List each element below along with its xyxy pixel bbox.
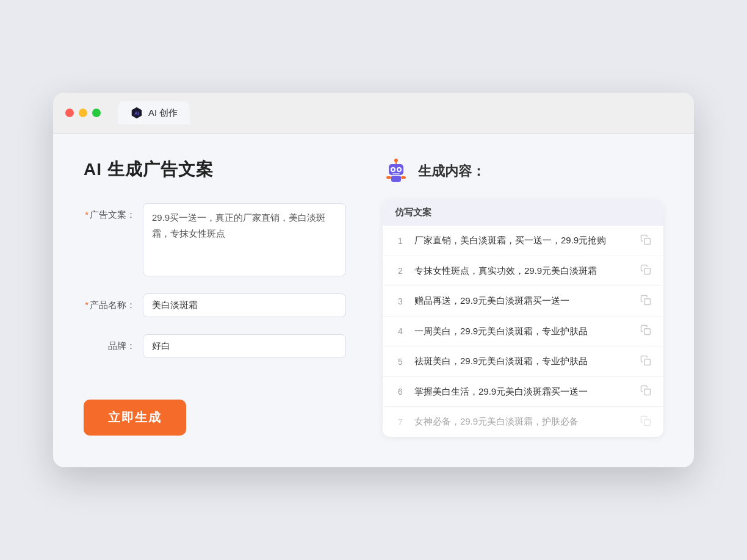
close-button[interactable] (65, 109, 74, 117)
ad-copy-input[interactable]: 29.9买一送一，真正的厂家直销，美白淡斑霜，专抹女性斑点 (143, 203, 346, 276)
copy-icon[interactable] (640, 355, 651, 368)
row-number: 5 (395, 357, 406, 367)
svg-text:AI: AI (134, 111, 139, 117)
table-row: 1厂家直销，美白淡斑霜，买一送一，29.9元抢购 (383, 226, 663, 256)
product-name-input[interactable]: 美白淡斑霜 (143, 293, 346, 317)
row-number: 7 (395, 417, 406, 427)
left-panel: AI 生成广告文案 *广告文案： 29.9买一送一，真正的厂家直销，美白淡斑霜，… (84, 158, 346, 437)
brand-input[interactable]: 好白 (143, 334, 346, 358)
table-row: 6掌握美白生活，29.9元美白淡斑霜买一送一 (383, 377, 663, 407)
svg-rect-16 (644, 329, 651, 335)
product-name-group: *产品名称： 美白淡斑霜 (84, 293, 346, 317)
results-list: 1厂家直销，美白淡斑霜，买一送一，29.9元抢购2专抹女性斑点，真实功效，29.… (383, 226, 663, 437)
product-name-label: *产品名称： (84, 293, 135, 311)
svg-point-8 (398, 168, 400, 171)
row-text: 女神必备，29.9元美白淡斑霜，护肤必备 (414, 415, 632, 429)
ad-copy-group: *广告文案： 29.9买一送一，真正的厂家直销，美白淡斑霜，专抹女性斑点 (84, 203, 346, 276)
row-number: 6 (395, 387, 406, 397)
minimize-button[interactable] (79, 109, 87, 117)
svg-rect-9 (392, 173, 400, 174)
row-text: 一周美白，29.9元美白淡斑霜，专业护肤品 (414, 325, 632, 339)
svg-point-7 (392, 168, 394, 171)
browser-content: AI 生成广告文案 *广告文案： 29.9买一送一，真正的厂家直销，美白淡斑霜，… (53, 134, 694, 467)
row-text: 专抹女性斑点，真实功效，29.9元美白淡斑霜 (414, 264, 632, 278)
robot-icon (383, 158, 410, 185)
row-text: 掌握美白生活，29.9元美白淡斑霜买一送一 (414, 385, 632, 399)
row-number: 2 (395, 266, 406, 276)
row-number: 4 (395, 326, 406, 336)
table-row: 2专抹女性斑点，真实功效，29.9元美白淡斑霜 (383, 256, 663, 287)
row-number: 3 (395, 296, 406, 306)
table-row: 5祛斑美白，29.9元美白淡斑霜，专业护肤品 (383, 346, 663, 377)
maximize-button[interactable] (92, 109, 101, 117)
row-text: 祛斑美白，29.9元美白淡斑霜，专业护肤品 (414, 354, 632, 368)
copy-icon[interactable] (640, 385, 651, 398)
copy-icon[interactable] (640, 325, 651, 338)
svg-rect-18 (644, 389, 651, 395)
table-header: 仿写文案 (383, 199, 663, 226)
right-panel: 生成内容： 仿写文案 1厂家直销，美白淡斑霜，买一送一，29.9元抢购2专抹女性… (383, 158, 663, 437)
svg-rect-11 (386, 176, 391, 179)
row-text: 厂家直销，美白淡斑霜，买一送一，29.9元抢购 (414, 234, 632, 248)
right-title: 生成内容： (418, 162, 485, 181)
copy-icon[interactable] (640, 234, 651, 248)
browser-window: AI AI 创作 AI 生成广告文案 *广告文案： 29.9买一送一，真正的厂家… (53, 93, 694, 467)
page-title: AI 生成广告文案 (84, 158, 346, 181)
copy-icon[interactable] (640, 415, 651, 429)
table-row: 4一周美白，29.9元美白淡斑霜，专业护肤品 (383, 317, 663, 347)
row-text: 赠品再送，29.9元美白淡斑霜买一送一 (414, 294, 632, 308)
brand-label: 品牌： (84, 334, 135, 352)
row-number: 1 (395, 236, 406, 246)
required-star-1: * (85, 209, 88, 220)
required-star-2: * (85, 300, 88, 310)
ad-copy-label: *广告文案： (84, 203, 135, 221)
svg-rect-13 (644, 238, 651, 244)
ai-icon: AI (130, 106, 143, 120)
copy-icon[interactable] (640, 264, 651, 278)
svg-rect-14 (644, 268, 651, 275)
tab-label: AI 创作 (148, 107, 178, 119)
titlebar: AI AI 创作 (53, 93, 694, 134)
right-header: 生成内容： (383, 158, 663, 185)
ai-tab[interactable]: AI AI 创作 (118, 101, 190, 124)
svg-rect-10 (391, 176, 401, 182)
svg-rect-17 (644, 359, 651, 365)
traffic-lights (65, 109, 101, 117)
table-row: 7女神必备，29.9元美白淡斑霜，护肤必备 (383, 407, 663, 437)
copy-icon[interactable] (640, 295, 651, 308)
svg-rect-19 (644, 419, 651, 425)
generate-button[interactable]: 立即生成 (84, 400, 186, 436)
result-table: 仿写文案 1厂家直销，美白淡斑霜，买一送一，29.9元抢购2专抹女性斑点，真实功… (383, 199, 663, 437)
svg-rect-15 (644, 298, 651, 304)
svg-rect-12 (401, 176, 406, 179)
brand-group: 品牌： 好白 (84, 334, 346, 358)
table-row: 3赠品再送，29.9元美白淡斑霜买一送一 (383, 286, 663, 317)
